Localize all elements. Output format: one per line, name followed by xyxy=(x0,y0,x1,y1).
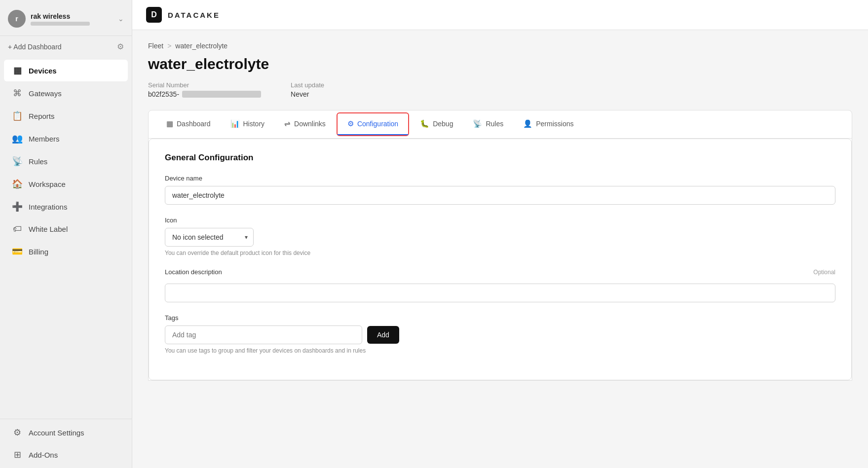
dashboard-tab-icon: ▦ xyxy=(166,119,173,128)
sidebar-item-add-ons[interactable]: ⊞ Add-Ons xyxy=(4,444,128,466)
icon-group: Icon No icon selected ▾ You can override… xyxy=(165,216,835,256)
permissions-tab-icon: 👤 xyxy=(523,119,532,128)
user-email-blur xyxy=(31,22,90,26)
icon-select[interactable]: No icon selected xyxy=(165,228,254,247)
optional-label: Optional xyxy=(813,269,835,276)
serial-number-value: b02f2535- xyxy=(148,90,261,98)
sidebar: r rak wireless ⌄ + Add Dashboard ⚙ ▦ Dev… xyxy=(0,0,132,468)
sidebar-item-rules[interactable]: 📡 Rules xyxy=(4,150,128,172)
serial-number-item: Serial Number b02f2535- xyxy=(148,81,261,98)
sidebar-item-label: Reports xyxy=(29,112,55,120)
gear-icon[interactable]: ⚙ xyxy=(117,42,124,51)
sidebar-item-label: Members xyxy=(29,135,60,143)
icon-label: Icon xyxy=(165,216,835,224)
tag-input[interactable] xyxy=(165,325,362,344)
serial-number-blur xyxy=(182,91,261,98)
gateways-icon: ⌘ xyxy=(12,88,23,99)
billing-icon: 💳 xyxy=(12,246,23,257)
sidebar-item-label: Gateways xyxy=(29,89,62,98)
tags-label: Tags xyxy=(165,314,835,322)
sidebar-item-label: Account Settings xyxy=(29,429,84,437)
tab-label: Downlinks xyxy=(294,120,326,128)
configuration-tab-icon: ⚙ xyxy=(347,119,354,128)
sidebar-item-integrations[interactable]: ➕ Integrations xyxy=(4,196,128,217)
sidebar-item-devices[interactable]: ▦ Devices xyxy=(4,60,128,81)
location-label-row: Location description Optional xyxy=(165,268,835,276)
history-tab-icon: 📊 xyxy=(230,119,240,128)
sidebar-nav: ▦ Devices ⌘ Gateways 📋 Reports 👥 Members… xyxy=(0,57,132,265)
sidebar-user[interactable]: r rak wireless xyxy=(8,10,90,28)
user-name: rak wireless xyxy=(31,12,90,20)
sidebar-item-label: Devices xyxy=(29,67,57,75)
tab-history[interactable]: 📊 History xyxy=(221,113,275,135)
sidebar-item-gateways[interactable]: ⌘ Gateways xyxy=(4,82,128,104)
content-area: Fleet > water_electrolyte water_electrol… xyxy=(132,30,868,468)
config-panel: General Configuration Device name Icon N… xyxy=(149,139,852,380)
sidebar-item-billing[interactable]: 💳 Billing xyxy=(4,241,128,262)
sidebar-bottom: ⚙ Account Settings ⊞ Add-Ons xyxy=(0,419,132,468)
sidebar-item-account-settings[interactable]: ⚙ Account Settings xyxy=(4,422,128,443)
tabs-wrapper: ▦ Dashboard 📊 History ⇌ Downlinks ⚙ Conf… xyxy=(148,110,852,381)
logo-text: DATACAKE xyxy=(168,11,220,19)
sidebar-item-white-label[interactable]: 🏷 White Label xyxy=(4,218,128,240)
avatar: r xyxy=(8,10,26,28)
sidebar-header: r rak wireless ⌄ xyxy=(0,4,132,36)
tab-permissions[interactable]: 👤 Permissions xyxy=(513,113,583,135)
add-dashboard-row[interactable]: + Add Dashboard ⚙ xyxy=(0,36,132,57)
main-content: D DATACAKE Fleet > water_electrolyte wat… xyxy=(132,0,868,468)
tab-configuration[interactable]: ⚙ Configuration xyxy=(338,113,408,135)
breadcrumb-parent[interactable]: Fleet xyxy=(148,42,163,50)
sidebar-item-reports[interactable]: 📋 Reports xyxy=(4,105,128,127)
tags-row: Add xyxy=(165,325,835,344)
serial-number-label: Serial Number xyxy=(148,81,261,89)
tab-rules[interactable]: 📡 Rules xyxy=(463,113,513,135)
active-tab-box: ⚙ Configuration xyxy=(337,112,409,136)
sidebar-item-label: Add-Ons xyxy=(29,451,58,459)
tab-label: History xyxy=(243,120,265,128)
sidebar-item-label: Rules xyxy=(29,157,47,166)
tab-label: Configuration xyxy=(357,120,398,128)
last-update-label: Last update xyxy=(291,81,324,89)
device-name-group: Device name xyxy=(165,175,835,205)
icon-hint: You can override the default product ico… xyxy=(165,250,835,256)
sidebar-item-label: Workspace xyxy=(29,180,66,188)
tab-label: Rules xyxy=(486,120,503,128)
rules-tab-icon: 📡 xyxy=(473,119,482,128)
tab-label: Debug xyxy=(433,120,453,128)
logo-box: D xyxy=(146,7,162,23)
breadcrumb-current: water_electrolyte xyxy=(175,42,227,50)
add-tag-button[interactable]: Add xyxy=(367,326,399,344)
breadcrumb: Fleet > water_electrolyte xyxy=(148,42,852,50)
devices-icon: ▦ xyxy=(12,65,23,76)
page-title: water_electrolyte xyxy=(148,56,852,72)
last-update-item: Last update Never xyxy=(291,81,324,98)
rules-icon: 📡 xyxy=(12,156,23,167)
location-input[interactable] xyxy=(165,284,835,302)
add-dashboard-label[interactable]: + Add Dashboard xyxy=(8,43,62,51)
tab-downlinks[interactable]: ⇌ Downlinks xyxy=(274,113,336,135)
device-name-input[interactable] xyxy=(165,186,835,205)
debug-tab-icon: 🐛 xyxy=(420,119,429,128)
tab-dashboard[interactable]: ▦ Dashboard xyxy=(156,113,221,135)
tab-label: Dashboard xyxy=(177,120,211,128)
tags-group: Tags Add You can use tags to group and f… xyxy=(165,314,835,354)
sidebar-item-label: White Label xyxy=(29,225,68,233)
sidebar-item-workspace[interactable]: 🏠 Workspace xyxy=(4,173,128,195)
workspace-icon: 🏠 xyxy=(12,179,23,189)
downlinks-tab-icon: ⇌ xyxy=(284,119,291,128)
sidebar-item-members[interactable]: 👥 Members xyxy=(4,128,128,149)
add-ons-icon: ⊞ xyxy=(12,449,23,460)
members-icon: 👥 xyxy=(12,133,23,144)
tab-debug[interactable]: 🐛 Debug xyxy=(410,113,463,135)
logo-letter: D xyxy=(151,10,157,19)
sidebar-item-label: Integrations xyxy=(29,203,67,211)
user-info: rak wireless xyxy=(31,12,90,26)
section-title: General Configuration xyxy=(165,153,835,163)
last-update-value: Never xyxy=(291,90,324,98)
device-name-label: Device name xyxy=(165,175,835,182)
breadcrumb-separator: > xyxy=(167,42,171,50)
integrations-icon: ➕ xyxy=(12,201,23,212)
location-label: Location description xyxy=(165,268,222,276)
chevron-down-icon[interactable]: ⌄ xyxy=(118,15,124,23)
account-settings-icon: ⚙ xyxy=(12,427,23,438)
